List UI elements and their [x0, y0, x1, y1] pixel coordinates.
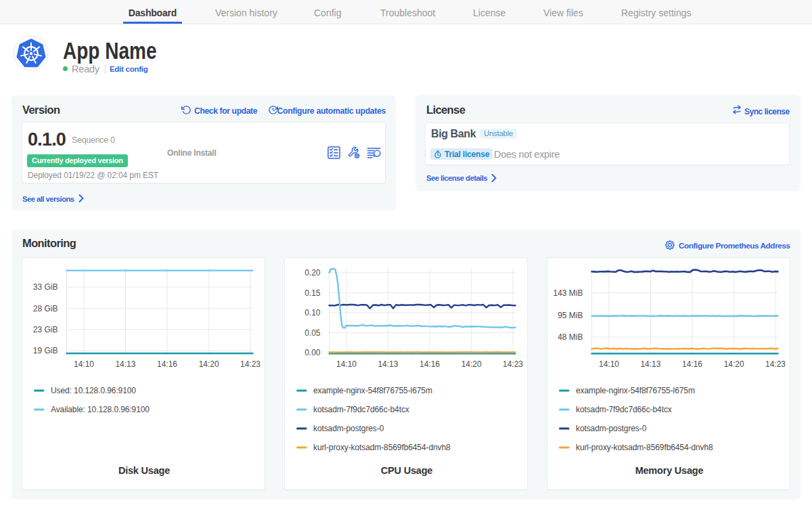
svg-text:CPU Usage: CPU Usage [381, 465, 432, 476]
svg-text:0.10: 0.10 [304, 308, 321, 317]
svg-text:14:16: 14:16 [157, 359, 177, 369]
svg-text:14:23: 14:23 [765, 359, 786, 369]
svg-text:33 GiB: 33 GiB [33, 282, 58, 292]
svg-text:14:16: 14:16 [682, 359, 702, 369]
svg-text:14:23: 14:23 [240, 359, 261, 369]
svg-text:kurl-proxy-kotsadm-8569fb6454-: kurl-proxy-kotsadm-8569fb6454-dnvh8 [313, 443, 451, 452]
svg-text:0.05: 0.05 [304, 328, 321, 338]
svg-text:14:13: 14:13 [115, 359, 135, 369]
svg-text:Available: 10.128.0.96:9100: Available: 10.128.0.96:9100 [51, 405, 150, 414]
svg-text:kotsadm-7f9dc7d66c-b4tcx: kotsadm-7f9dc7d66c-b4tcx [313, 405, 409, 414]
svg-text:14:20: 14:20 [461, 359, 482, 369]
svg-text:0.00: 0.00 [304, 348, 321, 357]
svg-text:example-nginx-54f8f76755-l675m: example-nginx-54f8f76755-l675m [313, 386, 432, 395]
svg-text:Memory Usage: Memory Usage [635, 465, 704, 476]
svg-text:14:10: 14:10 [599, 359, 619, 369]
svg-text:19 GiB: 19 GiB [33, 346, 58, 355]
svg-text:14:10: 14:10 [74, 359, 94, 369]
svg-text:14:13: 14:13 [640, 359, 660, 369]
svg-text:48 MiB: 48 MiB [558, 332, 583, 342]
svg-text:95 MiB: 95 MiB [558, 311, 583, 320]
svg-text:23 GiB: 23 GiB [33, 325, 58, 334]
svg-text:0.15: 0.15 [304, 288, 321, 298]
svg-text:kotsadm-7f9dc7d66c-b4tcx: kotsadm-7f9dc7d66c-b4tcx [576, 405, 672, 414]
svg-text:kotsadm-postgres-0: kotsadm-postgres-0 [313, 424, 384, 433]
svg-text:kotsadm-postgres-0: kotsadm-postgres-0 [576, 424, 647, 433]
svg-text:14:20: 14:20 [199, 359, 219, 369]
svg-text:28 GiB: 28 GiB [33, 304, 58, 313]
svg-text:Used: 10.128.0.96:9100: Used: 10.128.0.96:9100 [51, 386, 136, 395]
svg-text:Disk Usage: Disk Usage [118, 465, 170, 476]
svg-text:14:13: 14:13 [378, 359, 398, 369]
svg-text:143 MiB: 143 MiB [553, 288, 583, 298]
svg-text:0.20: 0.20 [304, 268, 321, 278]
svg-text:kurl-proxy-kotsadm-8569fb6454-: kurl-proxy-kotsadm-8569fb6454-dnvh8 [576, 443, 713, 452]
svg-text:14:10: 14:10 [336, 359, 357, 369]
svg-text:example-nginx-54f8f76755-l675m: example-nginx-54f8f76755-l675m [576, 386, 695, 395]
svg-text:14:23: 14:23 [503, 359, 523, 369]
svg-text:14:20: 14:20 [724, 359, 744, 369]
svg-text:14:16: 14:16 [420, 359, 440, 369]
